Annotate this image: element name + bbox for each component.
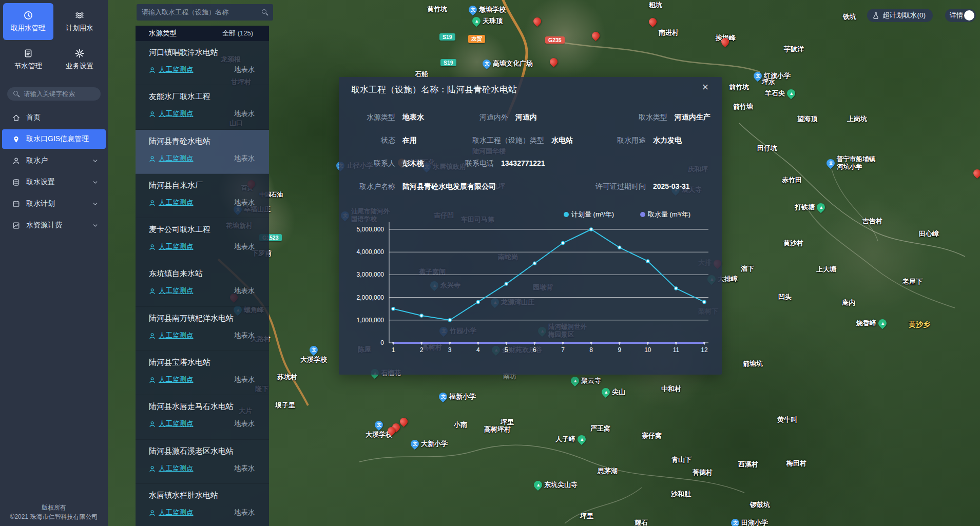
map-label-text: 田心嶂 xyxy=(919,229,939,239)
school-marker: 文高塘文化广场 xyxy=(483,59,533,68)
map-label: 赤竹田 xyxy=(782,176,802,185)
app-tile-label: 取用水管理 xyxy=(11,24,46,33)
sidebar-search-input[interactable]: 请输入关键字检索 xyxy=(7,87,101,101)
map-label-text: 田湖小学 xyxy=(741,518,768,526)
chevron-down-icon xyxy=(92,201,99,207)
monitor-type-link[interactable]: 人工监测点 xyxy=(159,375,194,384)
svg-text:2: 2 xyxy=(420,346,424,354)
map-label-text: 坝子里 xyxy=(275,401,295,410)
app-tile-label: 计划用水 xyxy=(66,24,93,33)
app-tile-waves[interactable]: 计划用水 xyxy=(54,3,105,40)
intake-name: 陆河县宝塔水电站 xyxy=(149,358,269,367)
person-icon xyxy=(149,243,156,250)
poi-marker-icon[interactable]: ▲ xyxy=(600,386,612,398)
monitor-type-link[interactable]: 人工监测点 xyxy=(159,464,194,473)
list-item[interactable]: 水唇镇水栏肚水电站人工监测点地表水 xyxy=(136,484,269,526)
road-badge: S19 xyxy=(439,33,455,41)
school-marker: 文田湖小学 xyxy=(731,518,768,526)
map-label-text: 溜下 xyxy=(741,264,754,274)
list-item[interactable]: 东坑镇自来水站人工监测点地表水 xyxy=(136,262,269,306)
list-item[interactable]: 陆河县青砼水电站人工监测点地表水 xyxy=(136,130,269,174)
list-items: 河口镇唱歌潭水电站人工监测点地表水友能水厂取水工程人工监测点地表水陆河县青砼水电… xyxy=(136,41,269,526)
map-label-text: 聚云寺 xyxy=(581,376,601,385)
person-icon xyxy=(149,66,156,73)
school-marker-icon[interactable]: 文 xyxy=(825,158,837,169)
monitor-type-link[interactable]: 人工监测点 xyxy=(159,242,194,251)
over-plan-intake-button[interactable]: 超计划取水(0) xyxy=(867,9,933,22)
map-label: 坪水 xyxy=(762,77,775,87)
field-value: 河道内 xyxy=(515,113,537,121)
school-marker-icon[interactable]: 文 xyxy=(729,517,741,526)
monitor-type-link[interactable]: 人工监测点 xyxy=(159,198,194,207)
poi-marker-icon[interactable]: ▲ xyxy=(785,88,797,100)
school-marker-icon[interactable]: 文 xyxy=(467,4,479,16)
list-item[interactable]: 河口镇唱歌潭水电站人工监测点地表水 xyxy=(136,41,269,85)
monitor-type-link[interactable]: 人工监测点 xyxy=(159,419,194,428)
sidebar-item-db[interactable]: 取水设置 xyxy=(2,172,106,192)
poi-marker-icon[interactable]: ▲ xyxy=(576,434,588,445)
toggle-knob xyxy=(964,10,974,21)
poi-marker-icon[interactable]: ▲ xyxy=(569,375,581,387)
map-label: 田心嶂 xyxy=(919,229,939,239)
poi-marker-icon[interactable]: ▲ xyxy=(471,15,483,27)
field-label: 取水用途 xyxy=(543,136,646,145)
list-item[interactable]: 友能水厂取水工程人工监测点地表水 xyxy=(136,85,269,129)
sidebar-item-home[interactable]: 首页 xyxy=(2,108,106,127)
close-icon[interactable]: × xyxy=(699,81,712,93)
app-tile-label: 节水管理 xyxy=(14,62,42,71)
sidebar-item-calendar[interactable]: 取水计划 xyxy=(2,194,106,213)
sidebar-item-chart[interactable]: 水资源计费 xyxy=(2,216,106,235)
water-type: 地表水 xyxy=(234,286,255,296)
list-item[interactable]: 陆河县南万镇杞洋水电站人工监测点地表水 xyxy=(136,307,269,351)
map-label: 凹头 xyxy=(778,293,792,302)
chevron-down-icon xyxy=(92,179,99,186)
school-marker-icon[interactable]: 文 xyxy=(409,438,421,450)
monitor-type-link[interactable]: 人工监测点 xyxy=(159,508,194,517)
water-type: 地表水 xyxy=(234,242,255,251)
app-tile-doc[interactable]: 节水管理 xyxy=(3,41,53,78)
map-label: 望海顶 xyxy=(797,114,817,124)
filter-dropdown[interactable]: 全部 (125) xyxy=(222,29,262,38)
monitor-type-link[interactable]: 人工监测点 xyxy=(159,286,194,296)
monitor-type-link[interactable]: 人工监测点 xyxy=(159,65,194,74)
sidebar-item-user[interactable]: 取水户 xyxy=(2,151,106,170)
monitor-type-link[interactable]: 人工监测点 xyxy=(159,331,194,340)
app-tile-gear[interactable]: 业务设置 xyxy=(54,41,105,78)
poi-marker-icon[interactable]: ▲ xyxy=(815,202,827,213)
poi-marker-icon[interactable]: ▲ xyxy=(532,479,544,491)
monitor-type-link[interactable]: 人工监测点 xyxy=(159,109,194,119)
map-label-text: 黄沙村 xyxy=(783,239,803,248)
list-item[interactable]: 陆河县宝塔水电站人工监测点地表水 xyxy=(136,351,269,395)
school-marker-icon[interactable]: 文 xyxy=(481,58,493,70)
map-label-text: 粗坑 xyxy=(649,1,662,10)
map-label-text: 寨仔窝 xyxy=(642,431,662,440)
list-item[interactable]: 陆河县自来水厂人工监测点地表水 xyxy=(136,174,269,218)
monitor-type-link[interactable]: 人工监测点 xyxy=(159,154,194,163)
map-label: 老屋下 xyxy=(902,277,923,286)
map-label: 坪里 xyxy=(501,418,514,427)
map-label-text: 小南 xyxy=(454,420,467,430)
detail-toggle[interactable]: 详情 xyxy=(945,9,976,22)
doc-icon xyxy=(24,49,33,58)
water-type: 地表水 xyxy=(234,65,255,74)
poi-marker-icon[interactable]: ▲ xyxy=(877,318,889,329)
school-marker-icon[interactable]: 文 xyxy=(308,344,320,356)
field-row: 状态在用取水工程（设施）类型水电站取水用途水力发电 xyxy=(339,136,722,146)
clock-icon xyxy=(24,11,33,20)
person-icon xyxy=(149,465,156,472)
school-marker-icon[interactable]: 文 xyxy=(373,419,385,431)
intake-search-input[interactable]: 请输入取水工程（设施）名称 xyxy=(137,4,273,21)
app-tile-clock[interactable]: 取用水管理 xyxy=(3,3,53,40)
list-item[interactable]: 麦卡公司取水工程人工监测点地表水 xyxy=(136,218,269,262)
mountain-marker: ▲东坑尖山寺 xyxy=(534,480,578,490)
sidebar-item-pin[interactable]: 取水口GIS信息管理 xyxy=(2,129,106,149)
intake-name: 陆河县激石溪老区水电站 xyxy=(149,446,269,456)
field-label: 状态 xyxy=(293,136,395,145)
list-item[interactable]: 陆河县水唇走马石水电站人工监测点地表水 xyxy=(136,395,269,439)
gear-icon xyxy=(75,49,84,58)
map-label: 严王窝 xyxy=(590,424,610,433)
list-item[interactable]: 陆河县激石溪老区水电站人工监测点地表水 xyxy=(136,440,269,484)
map-label: 箭竹塘 xyxy=(733,102,753,111)
map-label: 芋陂洋 xyxy=(784,45,804,54)
school-marker-icon[interactable]: 文 xyxy=(437,391,449,403)
